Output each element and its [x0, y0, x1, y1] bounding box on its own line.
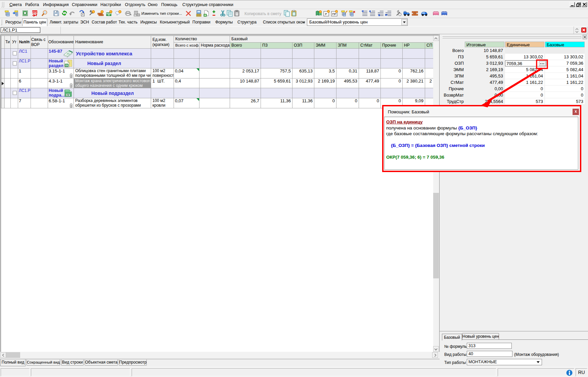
svg-text:ПР: ПР [332, 12, 336, 16]
svg-text:P: P [325, 12, 327, 16]
svg-text:P: P [66, 64, 67, 66]
svg-text:ПР: ПР [66, 94, 70, 96]
svg-text:PDF: PDF [33, 11, 38, 13]
